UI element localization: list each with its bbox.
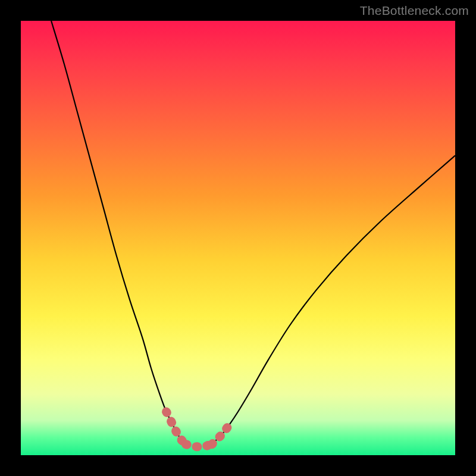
series-left-curve: [51, 21, 186, 444]
series-highlight-right: [212, 425, 229, 444]
series-right-curve: [212, 155, 455, 444]
watermark-text: TheBottleneck.com: [360, 4, 469, 18]
chart-plot-area: [21, 21, 455, 455]
chart-svg: [21, 21, 455, 455]
chart-frame: TheBottleneck.com: [0, 0, 476, 476]
